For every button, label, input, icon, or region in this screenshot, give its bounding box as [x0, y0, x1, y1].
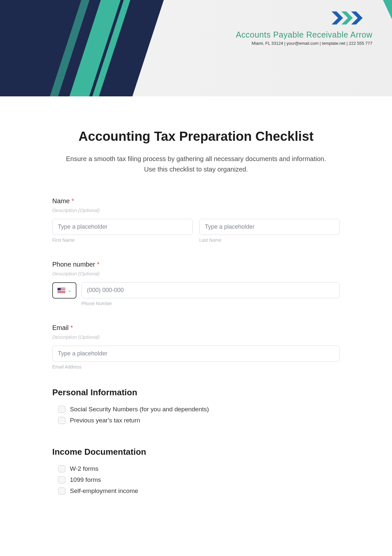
personal-info-list: Social Security Numbers (for you and dep… [52, 406, 340, 424]
phone-label: Phone number * [52, 261, 340, 268]
chevron-down-icon: ⌄ [68, 288, 71, 293]
checkbox-selfemploy[interactable] [58, 487, 65, 495]
checkbox-w2[interactable] [58, 465, 65, 472]
checkbox-1099[interactable] [58, 476, 65, 483]
required-marker: * [72, 197, 74, 204]
name-description: Description (Optional) [52, 207, 340, 213]
name-form-group: Name * Description (Optional) First Name… [52, 197, 340, 243]
phone-form-group: Phone number * Description (Optional) ⌄ … [52, 261, 340, 306]
list-item: W-2 forms [58, 465, 340, 472]
phone-sublabel: Phone Number [81, 301, 340, 306]
email-sublabel: Email Address [52, 364, 340, 369]
list-item: 1099 forms [58, 476, 340, 483]
checkbox-label: Self-employment income [70, 487, 138, 495]
email-description: Description (Optional) [52, 334, 340, 340]
checkbox-label: 1099 forms [70, 476, 101, 483]
checkbox-prev-return[interactable] [58, 417, 65, 424]
personal-info-section: Personal Information Social Security Num… [52, 387, 340, 424]
company-logo-icon [330, 10, 369, 26]
first-name-input[interactable] [52, 219, 193, 235]
last-name-input[interactable] [199, 219, 340, 235]
usa-flag-icon [57, 288, 65, 293]
first-name-sublabel: First Name [52, 237, 193, 243]
required-marker: * [97, 261, 100, 268]
phone-description: Description (Optional) [52, 271, 340, 276]
last-name-sublabel: Last Name [199, 237, 340, 243]
company-name: Accounts Payable Receivable Arrow [236, 30, 372, 40]
phone-label-text: Phone number [52, 261, 95, 268]
income-doc-list: W-2 forms 1099 forms Self-employment inc… [52, 465, 340, 495]
name-label: Name * [52, 197, 340, 205]
page-subtitle: Ensure a smooth tax filing process by ga… [62, 154, 330, 174]
required-marker: * [71, 324, 73, 331]
banner-right-stripe [378, 0, 392, 56]
content-area: Accounting Tax Preparation Checklist Ens… [39, 96, 353, 537]
company-contact: Miami, FL 33124 | your@email.com | templ… [236, 41, 372, 46]
list-item: Self-employment income [58, 487, 340, 495]
country-code-select[interactable]: ⌄ [52, 282, 76, 299]
phone-input[interactable] [81, 282, 340, 298]
checkbox-label: Social Security Numbers (for you and dep… [70, 406, 209, 413]
checkbox-label: W-2 forms [70, 465, 98, 472]
email-input[interactable] [52, 346, 340, 362]
email-label: Email * [52, 324, 340, 332]
email-label-text: Email [52, 324, 69, 331]
name-label-text: Name [52, 197, 70, 204]
checkbox-ssn[interactable] [58, 406, 65, 413]
email-form-group: Email * Description (Optional) Email Add… [52, 324, 340, 369]
income-doc-section: Income Documentation W-2 forms 1099 form… [52, 447, 340, 495]
page-title: Accounting Tax Preparation Checklist [52, 129, 340, 144]
personal-info-heading: Personal Information [52, 387, 340, 398]
list-item: Social Security Numbers (for you and dep… [58, 406, 340, 413]
header-banner: Accounts Payable Receivable Arrow Miami,… [0, 0, 392, 96]
list-item: Previous year's tax return [58, 417, 340, 424]
checkbox-label: Previous year's tax return [70, 417, 140, 424]
income-doc-heading: Income Documentation [52, 447, 340, 457]
company-block: Accounts Payable Receivable Arrow Miami,… [236, 10, 372, 46]
